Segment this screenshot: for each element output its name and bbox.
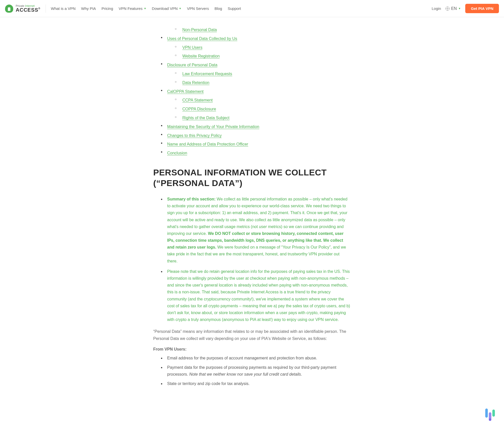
toc-subitem: Rights of the Data Subject [167, 114, 351, 122]
toc-item: Name and Address of Data Protection Offi… [157, 141, 351, 148]
summary-label: Summary of this section: [167, 197, 217, 201]
nav-item[interactable]: What is a VPN [51, 6, 76, 11]
toc-item: Disclosure of Personal DataLaw Enforceme… [157, 62, 351, 86]
logo-word-access: ACCESS [16, 7, 38, 13]
toc-link[interactable]: Changes to this Privacy Policy [167, 133, 222, 138]
toc-link[interactable]: CalOPPA Statement [167, 89, 204, 94]
summary-text-1a: We collect as little personal informatio… [167, 197, 347, 229]
toc-subitem: Law Enforcement Requests [167, 70, 351, 78]
summary-user-italic: user [259, 225, 267, 229]
toc-link[interactable]: Website Registration [182, 54, 220, 58]
primary-nav: What is a VPNWhy PIAPricingVPN Features▼… [51, 6, 427, 11]
lang-label: EN [451, 6, 457, 11]
body-paragraph-1: “Personal Data” means any information th… [153, 328, 351, 342]
toc-link[interactable]: Disclosure of Personal Data [167, 63, 217, 67]
logo-reg: ® [38, 7, 40, 10]
vpn-users-list: Email address for the purposes of accoun… [157, 355, 351, 387]
toc-link[interactable]: Data Retention [182, 80, 209, 85]
main-content: Non-Personal DataUses of Personal Data C… [148, 17, 356, 405]
logo-text: Private Internet ACCESS® [16, 5, 41, 12]
table-of-contents: Non-Personal DataUses of Personal Data C… [157, 26, 351, 157]
header-right: Login EN ▼ Get PIA VPN [432, 4, 499, 13]
toc-link[interactable]: Non-Personal Data [182, 28, 217, 32]
nav-item[interactable]: Pricing [102, 6, 113, 11]
toc-link[interactable]: Maintaining the Security of Your Private… [167, 125, 259, 129]
toc-link[interactable]: Law Enforcement Requests [182, 72, 232, 76]
toc-link[interactable]: VPN Users [182, 45, 202, 50]
bullet-2b: Note that we neither know nor save your … [189, 372, 302, 376]
toc-subitem: CCPA Statement [167, 97, 351, 104]
toc-item: CalOPPA StatementCCPA StatementCOPPA Dis… [157, 88, 351, 122]
nav-item[interactable]: Download VPN▼ [152, 6, 182, 11]
nav-item[interactable]: Support [228, 6, 241, 11]
nav-item[interactable]: Why PIA [81, 6, 96, 11]
toc-subitem: COPPA Disclosure [167, 106, 351, 113]
toc-link[interactable]: Conclusion [167, 151, 187, 155]
list-item: Payment data for the purposes of process… [157, 364, 351, 378]
toc-subitem: Non-Personal Data [167, 26, 351, 34]
summary-item-2: Please note that we do retain general lo… [157, 268, 351, 323]
list-item: State or territory and zip code for tax … [157, 380, 351, 387]
toc-subitem: VPN Users [167, 44, 351, 51]
get-vpn-button[interactable]: Get PIA VPN [465, 4, 499, 13]
chevron-down-icon: ▼ [179, 7, 181, 10]
nav-item[interactable]: Blog [215, 6, 222, 11]
section-heading: PERSONAL INFORMATION WE COLLECT (“PERSON… [153, 167, 351, 189]
main-header: Private Internet ACCESS® What is a VPNWh… [0, 0, 504, 17]
toc-subitem: Website Registration [167, 53, 351, 60]
summary-list: Summary of this section: We collect as l… [157, 196, 351, 323]
chevron-down-icon: ▼ [144, 7, 146, 10]
toc-subitem: Data Retention [167, 79, 351, 87]
toc-link[interactable]: COPPA Disclosure [182, 107, 216, 111]
sub-heading-vpn-users: From VPN Users: [153, 347, 351, 352]
summary-item-1: Summary of this section: We collect as l… [157, 196, 351, 265]
brand-logo[interactable]: Private Internet ACCESS® [5, 5, 46, 13]
toc-link[interactable]: Uses of Personal Data Collected by Us [167, 36, 237, 41]
toc-item: Changes to this Privacy Policy [157, 132, 351, 139]
toc-item: Uses of Personal Data Collected by UsVPN… [157, 35, 351, 60]
language-selector[interactable]: EN ▼ [445, 6, 461, 11]
toc-link[interactable]: Rights of the Data Subject [182, 116, 229, 120]
toc-item: Maintaining the Security of Your Private… [157, 123, 351, 131]
lock-icon [5, 5, 13, 13]
toc-link[interactable]: CCPA Statement [182, 98, 213, 103]
toc-link[interactable]: Name and Address of Data Protection Offi… [167, 142, 248, 147]
login-link[interactable]: Login [432, 6, 441, 11]
list-item: Email address for the purposes of accoun… [157, 355, 351, 361]
globe-icon [445, 7, 450, 11]
chevron-down-icon: ▼ [458, 7, 461, 10]
nav-item[interactable]: VPN Features▼ [119, 6, 146, 11]
toc-item: Non-Personal Data [157, 26, 351, 34]
nav-item[interactable]: VPN Servers [187, 6, 209, 11]
toc-item: Conclusion [157, 150, 351, 157]
